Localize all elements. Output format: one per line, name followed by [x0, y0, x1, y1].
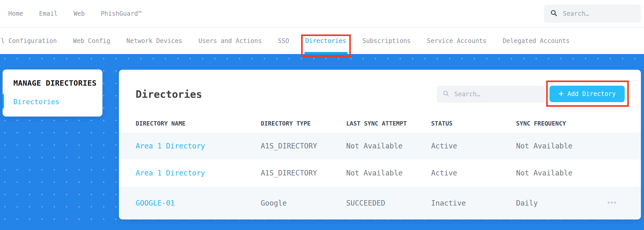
- tab-sso[interactable]: SSO: [278, 28, 289, 54]
- tab-web-config[interactable]: Web Config: [73, 28, 110, 54]
- nav-item-web[interactable]: Web: [74, 10, 85, 17]
- column-header-status: STATUS: [431, 120, 516, 127]
- settings-sub-nav: l Configuration Web Config Network Devic…: [0, 28, 644, 54]
- directory-type-cell: A1S_DIRECTORY: [261, 169, 346, 177]
- row-actions-menu-icon[interactable]: •••: [607, 199, 616, 207]
- table-row: Area 1 Directory A1S_DIRECTORY Not Avail…: [119, 160, 641, 187]
- directory-type-cell: A1S_DIRECTORY: [261, 142, 346, 150]
- directory-name-link[interactable]: Area 1 Directory: [136, 169, 261, 177]
- search-icon: [550, 9, 558, 18]
- nav-item-phishguard[interactable]: PhishGuard™: [101, 10, 142, 17]
- table-row: Area 1 Directory A1S_DIRECTORY Not Avail…: [119, 132, 641, 160]
- tab-subscriptions[interactable]: Subscriptions: [362, 28, 411, 54]
- tab-users-and-actions[interactable]: Users and Actions: [198, 28, 262, 54]
- tab-delegated-accounts[interactable]: Delegated Accounts: [503, 28, 570, 54]
- status-cell: Active: [431, 169, 516, 177]
- tab-directories-label: Directories: [305, 37, 346, 45]
- active-item-indicator-bar: [3, 94, 4, 109]
- tab-email-configuration[interactable]: l Configuration: [1, 28, 57, 54]
- tab-network-devices[interactable]: Network Devices: [126, 28, 182, 54]
- workspace-background: MANAGE DIRECTORIES Directories Directori…: [0, 54, 644, 230]
- last-sync-cell: Not Available: [346, 169, 431, 177]
- add-directory-label: Add Directory: [567, 90, 616, 98]
- tab-directories[interactable]: Directories: [305, 28, 346, 54]
- nav-item-email[interactable]: Email: [39, 10, 58, 17]
- last-sync-cell: Not Available: [346, 142, 431, 150]
- search-icon: [442, 90, 450, 98]
- directories-search-input[interactable]: [454, 90, 539, 98]
- sync-frequency-cell: Not Available: [516, 169, 607, 177]
- column-header-last-sync-attempt: LAST SYNC ATTEMPT: [346, 120, 431, 127]
- global-search-input[interactable]: [562, 10, 635, 17]
- table-row: GOOGLE-01 Google SUCCEEDED Inactive Dail…: [119, 187, 641, 219]
- sync-frequency-cell: Not Available: [516, 142, 607, 150]
- add-directory-button[interactable]: + Add Directory: [550, 86, 625, 102]
- page-title: Directories: [136, 89, 202, 100]
- sidebar-item-directories[interactable]: Directories: [13, 98, 59, 106]
- active-tab-underline: [304, 52, 347, 54]
- table-header-row: DIRECTORY NAME DIRECTORY TYPE LAST SYNC …: [119, 108, 641, 132]
- directories-search-box[interactable]: [437, 86, 545, 103]
- top-header-bar: Home Email Web PhishGuard™: [0, 0, 644, 28]
- status-cell: Active: [431, 142, 516, 150]
- directory-name-link[interactable]: Area 1 Directory: [136, 142, 261, 150]
- directories-panel: Directories + Add Directory DIRECTORY NA…: [119, 70, 641, 219]
- nav-item-home[interactable]: Home: [8, 10, 23, 17]
- last-sync-cell: SUCCEEDED: [346, 199, 431, 207]
- directory-type-cell: Google: [261, 199, 346, 207]
- tab-service-accounts[interactable]: Service Accounts: [427, 28, 486, 54]
- plus-icon: +: [559, 89, 564, 98]
- column-header-sync-frequency: SYNC FREQUENCY: [516, 120, 607, 127]
- column-header-directory-name: DIRECTORY NAME: [136, 120, 261, 127]
- sync-frequency-cell: Daily: [516, 199, 607, 207]
- manage-directories-card: MANAGE DIRECTORIES Directories: [3, 69, 102, 117]
- panel-header: Directories + Add Directory: [119, 70, 641, 108]
- status-cell: Inactive: [431, 199, 516, 207]
- global-search-box[interactable]: [544, 5, 641, 23]
- card-title: MANAGE DIRECTORIES: [13, 79, 97, 87]
- directory-name-link[interactable]: GOOGLE-01: [136, 199, 261, 207]
- column-header-directory-type: DIRECTORY TYPE: [261, 120, 346, 127]
